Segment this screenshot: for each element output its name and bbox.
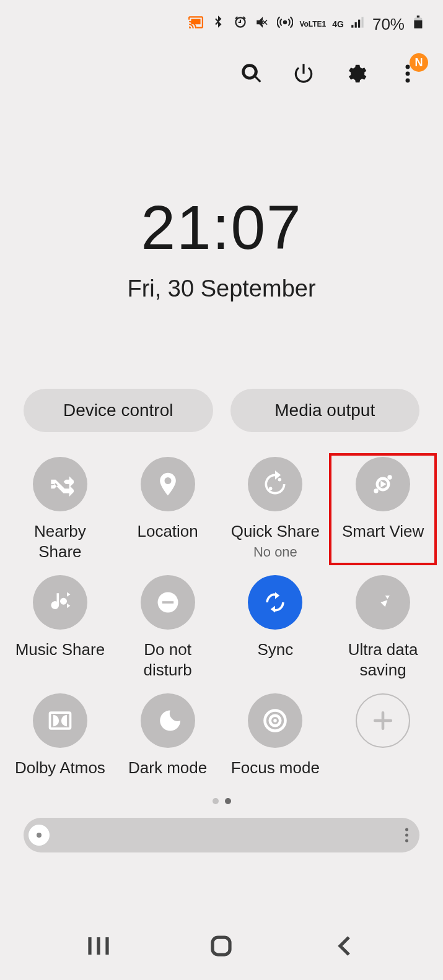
alarm-icon [232,14,248,34]
plus-icon [356,693,410,748]
pill-row: Device control Media output [0,389,443,432]
tile-dark-mode[interactable]: Dark mode [114,690,222,782]
svg-point-16 [387,475,392,479]
tile-label: Ultra data saving [333,640,432,680]
svg-point-9 [406,64,410,69]
svg-point-1 [283,20,287,25]
tile-nearby-share[interactable]: Nearby Share [6,453,114,565]
brightness-slider-wrap [0,818,443,852]
tile-label: Dolby Atmos [15,758,105,778]
notification-badge: N [410,53,428,72]
tile-add[interactable] [329,690,437,782]
status-bar: VoLTE1 4G 70% [0,0,443,37]
settings-button[interactable] [344,62,367,85]
tile-label: Focus mode [231,758,320,778]
tile-focus-mode[interactable]: Focus mode [222,690,330,782]
svg-point-17 [374,488,378,493]
mute-icon [255,14,271,34]
focus-icon [248,693,302,748]
svg-rect-7 [414,20,422,28]
svg-rect-29 [213,937,230,955]
svg-rect-0 [191,19,201,25]
cast-icon [188,14,204,34]
tile-sync[interactable]: Sync [222,571,330,683]
tile-dolby[interactable]: Dolby Atmos [6,690,114,782]
panel-toolbar: N [0,37,443,93]
clock-time: 21:07 [0,192,443,263]
recents-button[interactable] [83,930,114,961]
svg-point-23 [274,719,278,722]
tile-label: Nearby Share [11,521,110,562]
tile-label: Location [137,521,198,542]
moon-icon [141,693,195,748]
brightness-slider[interactable] [24,818,419,852]
media-output-button[interactable]: Media output [230,389,420,432]
shuffle-icon [33,457,87,511]
quick-settings-grid: Nearby ShareLocationQuick ShareNo oneSma… [0,453,443,782]
power-button[interactable] [292,62,315,85]
search-button[interactable] [240,62,263,85]
bluetooth-icon [210,14,226,34]
svg-marker-15 [380,481,386,488]
datasave-icon [356,575,410,630]
svg-rect-3 [355,22,357,28]
home-button[interactable] [206,930,237,961]
dnd-icon [141,575,195,630]
smartview-icon [356,457,410,511]
tile-dnd[interactable]: Do not disturb [114,571,222,683]
sync-icon [248,575,302,630]
brightness-more-icon[interactable] [405,828,408,842]
page-dot[interactable] [213,798,219,804]
svg-point-10 [406,72,410,76]
tile-label: Do not disturb [118,640,217,680]
page-indicator [0,798,443,804]
volte-icon: VoLTE1 [299,20,326,28]
svg-point-11 [406,79,410,83]
tile-music-share[interactable]: Music Share [6,571,114,683]
svg-point-12 [278,478,282,482]
tile-sublabel: No one [253,544,297,560]
network-type-icon: 4G [332,19,344,29]
brightness-thumb[interactable] [29,825,50,846]
tile-quick-share[interactable]: Quick ShareNo one [222,453,330,565]
tile-label: Dark mode [128,758,207,778]
location-icon [141,457,195,511]
clock-date: Fri, 30 September [0,275,443,302]
navigation-bar [0,912,443,980]
tile-location[interactable]: Location [114,453,222,565]
svg-rect-2 [351,25,353,27]
clock-area: 21:07 Fri, 30 September [0,192,443,302]
svg-rect-19 [162,601,173,604]
musicshare-icon [33,575,87,630]
dolby-icon [33,693,87,748]
svg-rect-8 [417,15,419,17]
svg-rect-20 [50,713,70,729]
back-button[interactable] [329,930,360,961]
device-control-button[interactable]: Device control [24,389,213,432]
tile-smart-view[interactable]: Smart View [329,453,437,565]
battery-percent: 70% [372,15,405,34]
signal-icon [350,14,366,34]
svg-point-13 [269,487,273,491]
tile-label: Music Share [15,640,105,660]
quickshare-icon [248,457,302,511]
more-button[interactable]: N [396,62,419,85]
page-dot[interactable] [225,798,231,804]
svg-rect-4 [358,20,360,28]
tile-label: Smart View [342,521,424,542]
tile-ultra-data[interactable]: Ultra data saving [329,571,437,683]
tile-label: Sync [257,640,293,660]
tile-label: Quick Share [231,521,320,542]
hotspot-icon [277,14,293,34]
svg-rect-5 [361,17,363,27]
battery-icon [411,14,427,34]
